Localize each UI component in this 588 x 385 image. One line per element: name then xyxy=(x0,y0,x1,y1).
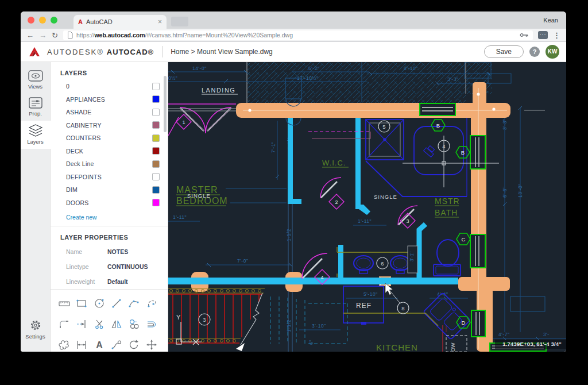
panel-scrollbar[interactable] xyxy=(164,76,167,132)
tool-extend-icon[interactable] xyxy=(75,317,88,331)
tool-rotate-icon[interactable] xyxy=(127,338,141,352)
layer-row[interactable]: 0 xyxy=(51,80,168,93)
browser-toolbar: ← → ↻ https://web.autocad.com/#/canvas.h… xyxy=(21,29,566,42)
tool-trim-icon[interactable] xyxy=(92,317,106,331)
layer-color-swatch[interactable] xyxy=(152,186,160,194)
tool-move-icon[interactable] xyxy=(145,338,158,352)
svg-text:1-1/2: 1-1/2 xyxy=(286,229,292,241)
layer-row[interactable]: ASHADE xyxy=(51,106,168,119)
tool-text-icon[interactable]: A xyxy=(92,338,106,352)
layer-color-swatch[interactable] xyxy=(152,199,160,206)
minimize-window-button[interactable] xyxy=(39,17,46,24)
browser-tab[interactable]: A AutoCAD × xyxy=(74,15,167,29)
tool-copy-icon[interactable] xyxy=(127,317,141,331)
browser-menu-icon[interactable]: ⋮ xyxy=(553,32,560,39)
layer-row[interactable]: CABINETRY xyxy=(51,119,168,132)
interior-wall-jog xyxy=(419,224,425,279)
svg-text:1'-11": 1'-11" xyxy=(173,214,187,220)
layer-color-swatch[interactable] xyxy=(152,121,160,129)
kitchen-label: KITCHEN xyxy=(376,342,418,352)
sidebar-item-settings[interactable]: Settings xyxy=(21,315,51,344)
layer-row[interactable]: APPLIANCES xyxy=(51,93,168,106)
close-window-button[interactable] xyxy=(28,17,34,24)
property-row: Name NOTES xyxy=(51,244,168,259)
reload-icon[interactable]: ↻ xyxy=(52,32,58,39)
tool-arc-icon[interactable] xyxy=(127,297,141,310)
tool-revision-cloud-icon[interactable] xyxy=(57,338,71,352)
ref-label: REF xyxy=(356,302,372,310)
svg-text:14'-0": 14'-0" xyxy=(192,66,207,71)
window-controls xyxy=(28,17,57,24)
tool-polyline-icon[interactable] xyxy=(145,297,158,310)
layer-color-swatch[interactable] xyxy=(152,134,160,142)
svg-text:3'-3": 3'-3" xyxy=(502,119,508,130)
layer-row[interactable]: DEFPOINTS xyxy=(51,171,168,184)
layer-row[interactable]: DECK xyxy=(51,145,168,158)
exterior-walls xyxy=(191,82,510,352)
svg-text:6: 6 xyxy=(381,260,384,267)
svg-text:8'-10": 8'-10" xyxy=(404,66,418,71)
help-button[interactable]: ? xyxy=(529,47,540,57)
breadcrumb[interactable]: Home > Mount View Sample.dwg xyxy=(171,48,273,56)
layer-color-swatch[interactable] xyxy=(152,95,160,103)
layer-color-swatch[interactable] xyxy=(152,173,160,180)
layer-color-swatch[interactable] xyxy=(152,160,160,168)
svg-text:7'-0": 7'-0" xyxy=(237,258,248,264)
close-tab-icon[interactable]: × xyxy=(158,18,162,26)
url-text: https://web.autocad.com/#/canvas.html?na… xyxy=(76,32,293,38)
svg-text:4: 4 xyxy=(320,275,323,280)
extension-icon[interactable]: ··· xyxy=(538,31,548,39)
deck-hatch xyxy=(247,62,511,103)
key-icon[interactable] xyxy=(520,32,529,38)
layer-row[interactable]: DIM xyxy=(51,183,168,197)
tool-rectangle-icon[interactable] xyxy=(75,297,88,310)
svg-text:3'-10": 3'-10" xyxy=(312,323,326,329)
svg-text:4: 4 xyxy=(442,143,445,149)
svg-text:5'-2": 5'-2" xyxy=(308,66,319,71)
create-new-layer-link[interactable]: Create new xyxy=(51,209,168,226)
header-divider xyxy=(162,46,163,57)
layer-color-swatch[interactable] xyxy=(152,147,160,155)
bath-label: BATH xyxy=(435,208,458,217)
save-button[interactable]: Save xyxy=(484,45,524,58)
forward-icon[interactable]: → xyxy=(39,32,47,39)
tool-mirror-icon[interactable] xyxy=(110,317,123,331)
landing-label: LANDING xyxy=(202,87,235,94)
svg-text:1: 1 xyxy=(182,120,185,125)
tool-dimension-icon[interactable] xyxy=(75,338,88,352)
svg-text:1'-11": 1'-11" xyxy=(358,218,372,224)
zoom-window-button[interactable] xyxy=(51,17,57,24)
sidebar-item-views[interactable]: Views xyxy=(21,67,51,94)
mstr-label: MSTR xyxy=(435,197,460,206)
svg-text:B: B xyxy=(436,122,440,129)
layer-row[interactable]: Deck Line xyxy=(51,157,168,171)
tool-fillet-icon[interactable] xyxy=(57,317,71,331)
tool-offset-icon[interactable] xyxy=(145,317,158,331)
tool-measure-icon[interactable] xyxy=(57,297,71,310)
browser-tab-bar: A AutoCAD × Kean xyxy=(21,11,566,29)
layer-row[interactable]: COUNTERS xyxy=(51,132,168,145)
sidebar-item-properties[interactable]: Prop. xyxy=(21,94,51,121)
drawing-canvas[interactable]: 14'-0" 0½" 5'-2" 17'-10½" 8'-10" 3'-3" 3… xyxy=(168,62,566,352)
svg-text:1-1/2: 1-1/2 xyxy=(286,319,292,332)
single-label-right: SINGLE xyxy=(374,194,397,200)
new-tab-button[interactable] xyxy=(171,17,188,26)
svg-text:D: D xyxy=(462,319,466,326)
svg-text:13'-0": 13'-0" xyxy=(517,183,523,198)
browser-profile-name[interactable]: Kean xyxy=(543,17,558,24)
tool-line-icon[interactable] xyxy=(110,297,123,310)
layers-panel: LAYERS 0 APPLIANCES ASHADE CABINETRY xyxy=(51,62,168,352)
back-icon[interactable]: ← xyxy=(26,32,34,39)
layer-color-swatch[interactable] xyxy=(152,109,160,116)
avatar[interactable]: KW xyxy=(546,45,559,59)
autodesk-logo xyxy=(28,46,41,57)
tool-circle-icon[interactable] xyxy=(92,297,106,310)
layer-color-swatch[interactable] xyxy=(152,83,160,90)
svg-text:A: A xyxy=(96,340,103,350)
layers-icon xyxy=(29,124,42,137)
address-bar[interactable]: https://web.autocad.com/#/canvas.html?na… xyxy=(63,30,533,40)
layer-row[interactable]: DOORS xyxy=(51,197,168,210)
sidebar-item-layers[interactable]: Layers xyxy=(21,121,51,149)
tool-leader-icon[interactable] xyxy=(110,338,123,352)
svg-text:B: B xyxy=(461,149,465,156)
